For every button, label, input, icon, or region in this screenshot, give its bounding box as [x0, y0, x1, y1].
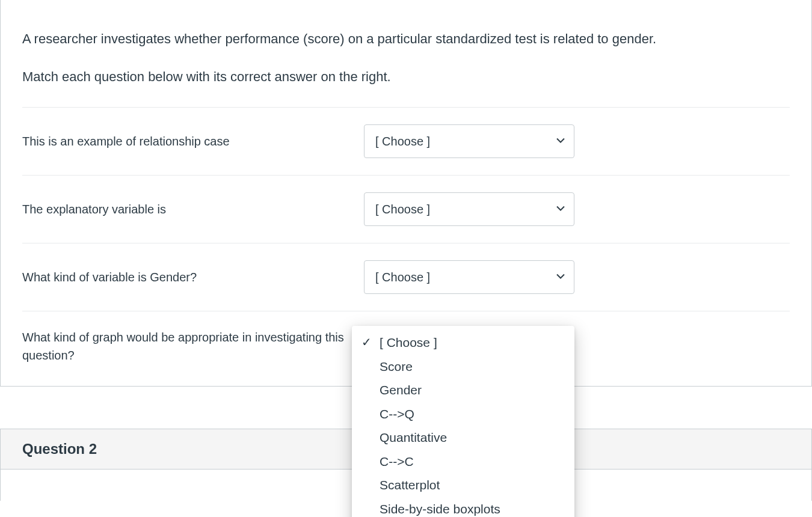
answer-select-0-value: [ Choose ]: [375, 135, 430, 148]
match-row-3: What kind of graph would be appropriate …: [22, 311, 790, 386]
answer-select-3-dropdown: [ Choose ] Score Gender C-->Q Quantitati…: [352, 326, 574, 517]
answer-select-0[interactable]: [ Choose ]: [364, 124, 574, 158]
chevron-down-icon: [556, 203, 565, 216]
dropdown-option-score[interactable]: Score: [352, 355, 574, 379]
match-row-0: This is an example of relationship case …: [22, 107, 790, 175]
dropdown-option-quantitative[interactable]: Quantitative: [352, 426, 574, 450]
question-2-title: Question 2: [22, 441, 97, 457]
dropdown-option-c-to-q[interactable]: C-->Q: [352, 402, 574, 426]
question-1-body: A researcher investigates whether perfor…: [1, 0, 811, 386]
match-question-2: What kind of variable is Gender?: [22, 268, 347, 286]
dropdown-option-scatterplot[interactable]: Scatterplot: [352, 473, 574, 497]
select-wrap-2: [ Choose ]: [364, 260, 574, 294]
answer-select-2-value: [ Choose ]: [375, 271, 430, 284]
select-wrap-3: [ Choose ] [ Choose ] Score Gender C-->Q…: [364, 329, 574, 363]
answer-select-1-value: [ Choose ]: [375, 203, 430, 216]
match-row-2: What kind of variable is Gender? [ Choos…: [22, 243, 790, 311]
question-1-container: A researcher investigates whether perfor…: [0, 0, 812, 387]
match-question-0: This is an example of relationship case: [22, 132, 347, 150]
select-wrap-1: [ Choose ]: [364, 192, 574, 226]
answer-select-2[interactable]: [ Choose ]: [364, 260, 574, 294]
answer-select-1[interactable]: [ Choose ]: [364, 192, 574, 226]
select-wrap-0: [ Choose ]: [364, 124, 574, 158]
match-question-3: What kind of graph would be appropriate …: [22, 328, 347, 364]
question-1-prompt-line-1: A researcher investigates whether perfor…: [22, 0, 790, 54]
match-question-1: The explanatory variable is: [22, 200, 347, 218]
question-1-prompt-line-2: Match each question below with its corre…: [22, 54, 790, 107]
match-row-1: The explanatory variable is [ Choose ]: [22, 175, 790, 243]
dropdown-option-choose[interactable]: [ Choose ]: [352, 331, 574, 355]
chevron-down-icon: [556, 135, 565, 148]
chevron-down-icon: [556, 271, 565, 284]
dropdown-option-side-by-side-boxplots[interactable]: Side-by-side boxplots: [352, 497, 574, 518]
dropdown-option-c-to-c[interactable]: C-->C: [352, 450, 574, 474]
dropdown-option-gender[interactable]: Gender: [352, 378, 574, 402]
